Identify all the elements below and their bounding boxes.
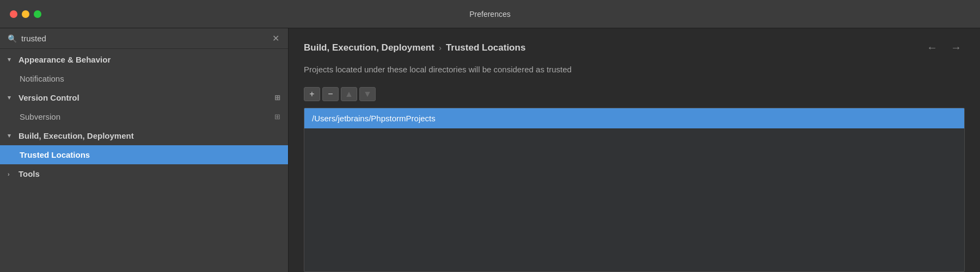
subversion-icon: ⊞ <box>274 113 280 121</box>
nav-arrows: ← → <box>923 40 965 55</box>
search-clear-button[interactable]: ✕ <box>271 34 280 43</box>
main-content: 🔍 ✕ ▾ Appearance & Behavior Notification… <box>0 28 980 272</box>
toolbar: + − ▲ ▼ <box>289 83 980 106</box>
chevron-down-icon: ▾ <box>8 56 15 63</box>
add-button[interactable]: + <box>304 87 320 101</box>
version-control-icon: ⊞ <box>274 94 280 102</box>
remove-button[interactable]: − <box>322 87 339 101</box>
close-button[interactable] <box>10 10 17 18</box>
sidebar-item-tools[interactable]: › Tools <box>0 164 288 183</box>
move-up-button[interactable]: ▲ <box>341 87 357 101</box>
chevron-right-icon-tools: › <box>8 171 15 177</box>
list-item[interactable]: /Users/jetbrains/PhpstormProjects <box>304 108 964 128</box>
breadcrumb-current: Trusted Locations <box>446 42 525 53</box>
chevron-down-icon-vc: ▾ <box>8 94 15 101</box>
sidebar-item-notifications[interactable]: Notifications <box>0 69 288 88</box>
sidebar-group-label: Appearance & Behavior <box>19 55 111 64</box>
minimize-button[interactable] <box>22 10 29 18</box>
move-down-button[interactable]: ▼ <box>359 87 376 101</box>
search-bar: 🔍 ✕ <box>0 28 288 49</box>
panel-description: Projects located under these local direc… <box>289 63 980 83</box>
sidebar-item-build-execution-deployment[interactable]: ▾ Build, Execution, Deployment <box>0 126 288 145</box>
trusted-locations-list: /Users/jetbrains/PhpstormProjects <box>304 108 965 272</box>
forward-button[interactable]: → <box>947 40 965 55</box>
sidebar-item-trusted-locations[interactable]: Trusted Locations <box>0 145 288 164</box>
maximize-button[interactable] <box>34 10 41 18</box>
sidebar-group-label-bed: Build, Execution, Deployment <box>19 131 134 140</box>
window-controls <box>10 10 41 18</box>
breadcrumb-parent: Build, Execution, Deployment <box>304 42 434 53</box>
breadcrumb-separator: › <box>439 43 442 52</box>
breadcrumb: Build, Execution, Deployment › Trusted L… <box>304 42 525 53</box>
search-icon: 🔍 <box>8 34 17 43</box>
right-panel: Build, Execution, Deployment › Trusted L… <box>289 28 980 272</box>
sidebar-item-version-control[interactable]: ▾ Version Control ⊞ <box>0 88 288 107</box>
sidebar: 🔍 ✕ ▾ Appearance & Behavior Notification… <box>0 28 289 272</box>
search-input[interactable] <box>21 34 267 43</box>
title-bar: Preferences <box>0 0 980 28</box>
window-title: Preferences <box>469 10 510 18</box>
sidebar-group-label-vc: Version Control <box>19 93 79 102</box>
sidebar-group-label-tools: Tools <box>19 169 40 178</box>
sidebar-item-subversion[interactable]: Subversion ⊞ <box>0 107 288 126</box>
nav-section: ▾ Appearance & Behavior Notifications ▾ … <box>0 49 288 184</box>
sidebar-item-appearance-behavior[interactable]: ▾ Appearance & Behavior <box>0 50 288 69</box>
panel-header: Build, Execution, Deployment › Trusted L… <box>289 28 980 63</box>
back-button[interactable]: ← <box>923 40 941 55</box>
chevron-down-icon-bed: ▾ <box>8 132 15 139</box>
